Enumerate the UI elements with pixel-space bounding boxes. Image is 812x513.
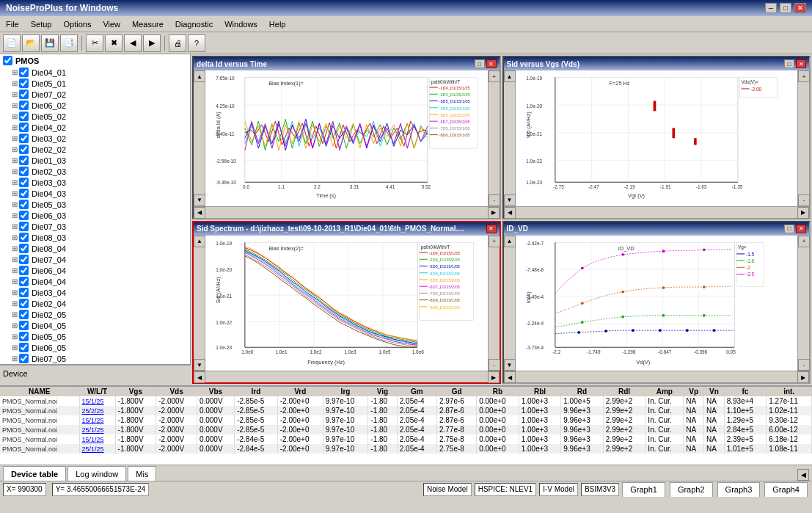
table-row[interactable]: PMOS_Normal.noi15/1/25-1.800V-2.000V0.00… [0, 396, 812, 406]
chart-tl-close[interactable]: ✕ [486, 59, 497, 68]
tree-checkbox-die03_04[interactable] [19, 288, 29, 297]
chart-tl-content[interactable]: Bias Index(1)= 7.65e-10 4.25e-10 8 [205, 70, 488, 206]
minimize-button[interactable]: ─ [765, 3, 777, 13]
tree-checkbox-die02_03[interactable] [19, 167, 29, 176]
tree-item-die08_03[interactable]: ⊞Die08_03 [0, 232, 190, 243]
tree-item-die05_02[interactable]: ⊞Die05_02 [0, 111, 190, 122]
menu-measure[interactable]: Measure [126, 18, 169, 30]
tab-device-table[interactable]: Device table [3, 466, 66, 481]
table-wrapper[interactable]: NAME W/L/T Vgs Vds Vbs Ird Vrd Irg Vig G… [0, 387, 812, 465]
chart-bl-scroll-down[interactable]: ▼ [194, 359, 205, 371]
menu-file[interactable]: File [0, 18, 25, 30]
pmos-checkbox[interactable] [3, 56, 12, 65]
table-row[interactable]: PMOS_Normal.noi15/1/25-1.800V-2.000V0.00… [0, 434, 812, 444]
tree-item-die05_01[interactable]: ⊞Die05_01 [0, 78, 190, 89]
tree-checkbox-die06_05[interactable] [19, 343, 29, 352]
tree-item-die04_04[interactable]: ⊞Die04_04 [0, 276, 190, 287]
tree-item-die07_05[interactable]: ⊞Die07_05 [0, 353, 190, 364]
tree-item-die02_02[interactable]: ⊞Die02_02 [0, 144, 190, 155]
menu-windows[interactable]: Windows [219, 18, 263, 30]
tree-item-die02_05[interactable]: ⊞Die02_05 [0, 309, 190, 320]
chart-br-rscroll-up[interactable]: + [798, 236, 810, 247]
tree-item-die02_04[interactable]: ⊞Die02_04 [0, 298, 190, 309]
tree-checkbox-die07_02[interactable] [19, 90, 29, 99]
new-button[interactable]: 📄 [3, 34, 21, 52]
chart-br-restore[interactable]: □ [784, 225, 794, 233]
table-row[interactable]: PMOS_Normal.noi25/1/25-1.800V-2.000V0.00… [0, 444, 812, 454]
graph2-tab[interactable]: Graph2 [670, 482, 713, 497]
chart-br-close[interactable]: ✕ [796, 225, 806, 233]
tree-checkbox-die02_02[interactable] [19, 145, 29, 154]
tree-item-die04_02[interactable]: ⊞Die04_02 [0, 122, 190, 133]
chart-tr-content[interactable]: F=25 Hz 1.0e-19 1.0e-20 1.0e-21 1.0e-22 … [516, 70, 798, 206]
tree-checkbox-die07_05[interactable] [19, 354, 29, 363]
tree-checkbox-die04_04[interactable] [19, 277, 29, 286]
chart-bl-close[interactable]: ✕ [486, 225, 497, 233]
tree-checkbox-die08_04[interactable] [19, 244, 29, 253]
chart-bl-rscroll-up[interactable]: + [489, 236, 500, 247]
tree-checkbox-die05_05[interactable] [19, 332, 29, 341]
chart-bl-hscroll-right[interactable]: ▶ [488, 371, 500, 383]
tree-item-die04_05[interactable]: ⊞Die04_05 [0, 320, 190, 331]
chart-tr-hscroll-right[interactable]: ▶ [797, 207, 809, 219]
table-row[interactable]: PMOS_Normal.noi25/1/25-1.800V-2.000V0.00… [0, 425, 812, 434]
tree-checkbox-die08_03[interactable] [19, 233, 29, 242]
menu-options[interactable]: Options [57, 18, 97, 30]
menu-setup[interactable]: Setup [25, 18, 58, 30]
chart-bl-content[interactable]: Bias Index(2)= 1.0e-19 [205, 236, 488, 371]
tree-item-die05_03[interactable]: ⊞Die05_03 [0, 199, 190, 210]
tree-item-die06_04[interactable]: ⊞Die06_04 [0, 265, 190, 276]
tree-checkbox-die02_05[interactable] [19, 310, 29, 319]
graph4-tab[interactable]: Graph4 [764, 482, 808, 497]
help-button[interactable]: ? [188, 34, 205, 52]
tree-item-die02_03[interactable]: ⊞Die02_03 [0, 166, 190, 177]
tree-item-die04_03[interactable]: ⊞Die04_03 [0, 188, 190, 199]
tree-item-die05_05[interactable]: ⊞Die05_05 [0, 331, 190, 342]
tree-checkbox-die07_04[interactable] [19, 255, 29, 264]
chart-br-content[interactable]: ID_VD [516, 236, 798, 371]
chart-tr-restore[interactable]: □ [784, 59, 794, 68]
tree-checkbox-die05_03[interactable] [19, 200, 29, 209]
graph1-tab[interactable]: Graph1 [622, 482, 665, 497]
tree-checkbox-die05_02[interactable] [19, 112, 29, 121]
table-row[interactable]: PMOS_Normal.noi25/2/25-1.800V-2.000V0.00… [0, 406, 812, 415]
tree-item-die03_04[interactable]: ⊞Die03_04 [0, 287, 190, 298]
tree-checkbox-die03_03[interactable] [19, 178, 29, 187]
tree-item-die03_03[interactable]: ⊞Die03_03 [0, 177, 190, 188]
next-button[interactable]: ▶ [143, 34, 161, 52]
save-button[interactable]: 💾 [41, 34, 59, 52]
chart-tl-scroll-up[interactable]: ▲ [194, 70, 205, 82]
tree-checkbox-die02_04[interactable] [19, 299, 29, 308]
tree-item-die04_01[interactable]: ⊞Die04_01 [0, 67, 190, 78]
tree-checkbox-die01_03[interactable] [19, 156, 29, 165]
chart-tl-rscroll-up[interactable]: + [489, 70, 500, 82]
maximize-button[interactable]: □ [780, 3, 791, 13]
tree-checkbox-die04_02[interactable] [19, 123, 29, 132]
prev-button[interactable]: ◀ [124, 34, 142, 52]
close-button[interactable]: ✕ [794, 3, 806, 13]
delete-button[interactable]: ✖ [105, 34, 122, 52]
cut-button[interactable]: ✂ [86, 34, 103, 52]
tree-item-die08_04[interactable]: ⊞Die08_04 [0, 243, 190, 254]
open-button[interactable]: 📂 [22, 34, 40, 52]
tree-checkbox-die04_01[interactable] [19, 68, 29, 77]
tab-log-window[interactable]: Log window [67, 466, 126, 481]
tree-item-die06_02[interactable]: ⊞Die06_02 [0, 100, 190, 111]
menu-help[interactable]: Help [263, 18, 292, 30]
scroll-left-button[interactable]: ◀ [797, 469, 809, 481]
tree-item-die03_02[interactable]: ⊞Die03_02 [0, 133, 190, 144]
tree-checkbox-die07_03[interactable] [19, 222, 29, 231]
tree-item-die01_03[interactable]: ⊞Die01_03 [0, 155, 190, 166]
tree-item-die06_03[interactable]: ⊞Die06_03 [0, 210, 190, 221]
save2-button[interactable]: 📑 [60, 34, 78, 52]
chart-br-hscroll-right[interactable]: ▶ [797, 371, 809, 383]
chart-tr-hscroll-left[interactable]: ◀ [504, 207, 516, 219]
chart-tr-close[interactable]: ✕ [796, 59, 806, 68]
graph3-tab[interactable]: Graph3 [717, 482, 761, 497]
tree-checkbox-die05_01[interactable] [19, 79, 29, 88]
chart-bl-rscroll-down[interactable]: - [489, 359, 500, 371]
chart-tl-scroll-down[interactable]: ▼ [194, 194, 205, 206]
chart-tl-hscroll-right[interactable]: ▶ [488, 207, 500, 219]
tree-checkbox-die06_02[interactable] [19, 101, 29, 110]
chart-tl-rscroll-down[interactable]: - [489, 194, 500, 206]
